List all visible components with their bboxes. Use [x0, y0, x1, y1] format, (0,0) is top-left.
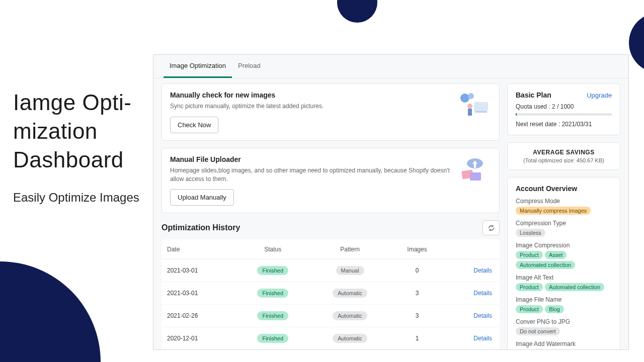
hero-subtitle: Easily Optimize Images: [13, 190, 154, 206]
hero-title-line-3: Dashboard: [13, 145, 154, 174]
image-filename-label: Image File Name: [516, 296, 612, 303]
col-date: Date: [162, 240, 236, 259]
quota-text: Quota used : 2 / 1000: [516, 103, 612, 110]
check-images-title: Manually check for new images: [170, 91, 450, 99]
tab-preload[interactable]: Preload: [232, 55, 267, 78]
overview-title: Account Overview: [516, 185, 612, 193]
decorative-circle-bottom-left: [0, 261, 101, 362]
history-table: Date Status Pattern Images 2021-03-01 Fi…: [162, 239, 500, 350]
cell-date: 2021-03-01: [162, 282, 236, 305]
svg-point-4: [467, 104, 472, 109]
tab-bar: Image Optimization Preload: [153, 55, 628, 78]
hero-text: Iamge Opti- mization Dashboard Easily Op…: [13, 88, 154, 206]
manual-uploader-card: Manual File Uploader Homepage slides,blo…: [162, 148, 500, 214]
tab-image-optimization[interactable]: Image Optimization: [164, 55, 232, 78]
optimization-history-section: Optimization History Date Status Pattern…: [162, 220, 500, 350]
svg-point-0: [460, 94, 469, 103]
pattern-badge: Automatic: [333, 289, 367, 298]
svg-rect-5: [468, 109, 472, 116]
cell-date: 2021-03-01: [162, 259, 236, 282]
image-compression-tag: Product: [516, 251, 543, 259]
svg-rect-3: [475, 111, 487, 113]
details-link[interactable]: Details: [473, 290, 492, 297]
avg-savings-sub: (Total optimized size: 450.67 KB): [513, 157, 615, 163]
compress-mode-tag: Manually compress images: [516, 207, 591, 215]
hero-title-line-1: Iamge Opti-: [13, 88, 154, 117]
png-jpg-tag: Do not convert: [516, 327, 560, 335]
cell-images: 3: [390, 305, 444, 327]
table-row: 2021-03-01 Finished Manual 0 Details: [162, 259, 500, 282]
col-action: [444, 240, 499, 259]
avg-savings-title: AVERAGE SAVINGS: [513, 149, 615, 156]
check-now-button[interactable]: Check Now: [170, 117, 218, 133]
upgrade-link[interactable]: Upgrade: [587, 92, 612, 99]
watermark-label: Image Add Watermark: [516, 340, 612, 347]
plan-title: Basic Plan: [516, 91, 551, 99]
details-link[interactable]: Details: [473, 267, 492, 274]
dashboard-panel: Image Optimization Preload Manually chec…: [153, 54, 629, 350]
compression-type-tag: Lossless: [516, 229, 545, 237]
upload-manually-button[interactable]: Upload Manually: [170, 189, 234, 206]
status-badge: Finished: [257, 289, 288, 298]
decorative-circle-top: [337, 0, 377, 23]
svg-rect-8: [470, 172, 481, 180]
image-filename-tag: Blog: [545, 305, 564, 313]
png-jpg-label: Conver PNG to JPG: [516, 318, 612, 325]
svg-point-1: [468, 93, 474, 99]
account-overview-card: Account Overview Compress Mode Manually …: [507, 177, 620, 350]
manual-uploader-title: Manual File Uploader: [170, 155, 450, 163]
cell-images: 0: [390, 259, 444, 282]
image-compression-label: Image Compression: [516, 242, 612, 249]
check-images-card: Manually check for new images Sync pictu…: [162, 83, 500, 141]
table-row: 2020-12-01 Finished Automatic 1 Details: [162, 327, 500, 350]
upload-illustration: [455, 155, 491, 186]
cell-date: 2021-02-26: [162, 305, 236, 327]
reset-date: Next reset date : 2021/03/31: [516, 121, 612, 128]
pattern-badge: Automatic: [333, 311, 367, 320]
table-row: 2021-03-01 Finished Automatic 3 Details: [162, 282, 500, 305]
col-pattern: Pattern: [310, 240, 390, 259]
manual-uploader-desc: Homepage slides,blog images, and so othe…: [170, 166, 450, 184]
table-row: 2021-02-26 Finished Automatic 3 Details: [162, 305, 500, 327]
status-badge: Finished: [257, 334, 288, 343]
pattern-badge: Manual: [336, 266, 364, 275]
compress-mode-label: Compress Mode: [516, 198, 612, 205]
watermark-tag: OFF: [516, 349, 535, 350]
status-badge: Finished: [257, 311, 288, 320]
status-badge: Finished: [257, 266, 288, 275]
image-alt-tag: Automated collection: [545, 283, 604, 291]
details-link[interactable]: Details: [473, 312, 492, 319]
details-link[interactable]: Details: [473, 335, 492, 342]
decorative-circle-right: [629, 13, 644, 73]
check-illustration: [455, 91, 491, 121]
image-compression-tag: Automated collection: [516, 261, 575, 269]
cell-images: 3: [390, 282, 444, 305]
col-status: Status: [236, 240, 310, 259]
history-title: Optimization History: [162, 223, 240, 232]
image-alt-tag: Product: [516, 283, 543, 291]
avg-savings-card: AVERAGE SAVINGS (Total optimized size: 4…: [507, 142, 620, 170]
image-filename-tag: Product: [516, 305, 543, 313]
refresh-button[interactable]: [482, 220, 500, 235]
image-alt-label: Image Alt Text: [516, 274, 612, 281]
check-images-desc: Sync picture manually, optimize the late…: [170, 102, 450, 111]
refresh-icon: [488, 224, 495, 232]
compression-type-label: Compression Type: [516, 220, 612, 227]
cell-date: 2020-12-01: [162, 327, 236, 350]
cell-images: 1: [390, 327, 444, 350]
hero-title-line-2: mization: [13, 117, 154, 145]
svg-rect-2: [474, 102, 488, 111]
pattern-badge: Automatic: [333, 334, 367, 343]
hero-title: Iamge Opti- mization Dashboard: [13, 88, 154, 174]
quota-bar: [516, 113, 612, 116]
plan-card: Basic Plan Upgrade Quota used : 2 / 1000…: [507, 83, 620, 135]
col-images: Images: [390, 240, 444, 259]
image-compression-tag: Asset: [545, 251, 567, 259]
